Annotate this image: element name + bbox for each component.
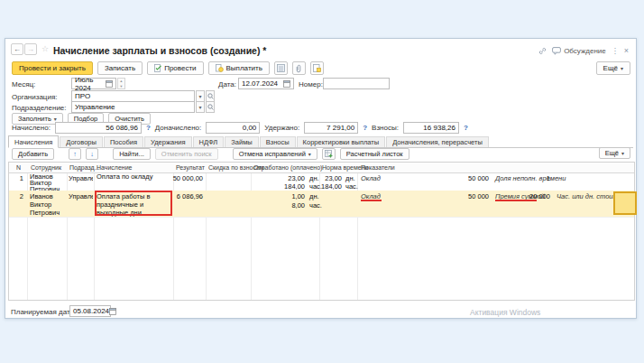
- extra-label: Доначислено:: [155, 124, 202, 132]
- more-button-top[interactable]: Ещё▾: [596, 61, 630, 75]
- selected-indicator-cell[interactable]: [613, 191, 637, 215]
- col-worked: Отработано (оплачено): [253, 164, 322, 171]
- red-underline-annotation: [495, 200, 537, 201]
- department-label: Подразделение:: [12, 104, 67, 112]
- department-cell: Управлен...: [69, 192, 93, 200]
- table-toolbar: Добавить ↑ ↓ Найти... Отменить поиск Отм…: [12, 147, 409, 160]
- forward-button[interactable]: →: [24, 43, 37, 55]
- number-field[interactable]: [323, 78, 390, 89]
- indicator-name: Час. или дн. стоим.: [557, 192, 620, 200]
- post-button[interactable]: Провести: [147, 61, 203, 75]
- indicator-value: 1: [514, 174, 550, 182]
- cancel-search-button[interactable]: Отменить поиск: [155, 148, 218, 160]
- indicator-value: 50 000: [424, 174, 489, 182]
- norm-value: 23,00: [307, 174, 342, 182]
- worked-unit: час.: [309, 201, 322, 209]
- contrib-label: Взносы:: [372, 124, 399, 132]
- worked-unit: дн.: [309, 192, 319, 200]
- withheld-help-icon[interactable]: ?: [363, 124, 367, 132]
- norm-unit: час.: [345, 182, 358, 191]
- tab-ndfl[interactable]: НДФЛ: [193, 136, 225, 147]
- tab-deductions[interactable]: Удержания: [144, 136, 191, 147]
- link-icon[interactable]: [538, 47, 547, 55]
- table-row-selected[interactable]: 2 Иванов Виктор Петрович Управлен... Опл…: [9, 191, 634, 218]
- result-cell: 50 000,00: [146, 174, 203, 182]
- related-documents-icon: [277, 64, 285, 72]
- month-spinner[interactable]: ▴▾: [117, 78, 125, 89]
- tab-benefits[interactable]: Пособия: [104, 136, 143, 147]
- desktop: { "window": { "title": "Начисление зарпл…: [0, 0, 644, 363]
- attachments-button[interactable]: [292, 61, 306, 75]
- pay-button[interactable]: Выплатить: [208, 61, 270, 75]
- tab-payment-adjustments[interactable]: Корректировки выплаты: [297, 136, 386, 147]
- close-icon[interactable]: ×: [624, 46, 629, 55]
- grid-plus-icon: [325, 150, 333, 158]
- move-up-button[interactable]: ↑: [69, 148, 81, 160]
- withheld-field[interactable]: 7 291,00: [304, 122, 358, 134]
- post-document-icon: [154, 64, 161, 72]
- add-row-button[interactable]: Добавить: [12, 148, 54, 160]
- row-number: 1: [11, 174, 23, 182]
- worked-value: 1,00: [253, 192, 305, 200]
- withheld-label: Удержано:: [264, 124, 299, 132]
- accrued-field[interactable]: 56 086,96: [55, 122, 142, 134]
- cancel-corrections-button[interactable]: Отмена исправлений▾: [233, 148, 317, 160]
- department-field[interactable]: Управление: [71, 101, 195, 113]
- contrib-help-icon[interactable]: ?: [464, 124, 468, 132]
- calendar-icon[interactable]: [283, 79, 290, 88]
- print-report-button[interactable]: [310, 61, 324, 75]
- calendar-icon[interactable]: [106, 79, 113, 88]
- move-down-button[interactable]: ↓: [86, 148, 98, 160]
- tab-accruals[interactable]: Начисления: [8, 135, 59, 148]
- more-button-toolbar[interactable]: Ещё▾: [599, 147, 630, 159]
- related-documents-button[interactable]: [274, 61, 288, 75]
- month-label: Месяц:: [12, 80, 35, 88]
- tab-contributions[interactable]: Взносы: [260, 136, 296, 147]
- date-field[interactable]: 12.07.2024: [238, 78, 294, 89]
- favorite-star-icon[interactable]: ☆: [41, 44, 49, 53]
- table-row[interactable]: 1 Иванов Виктор Петрович Управлен... Опл…: [9, 172, 634, 191]
- write-button[interactable]: Записать: [97, 61, 143, 75]
- department-cell: Управлен...: [69, 174, 93, 182]
- back-button[interactable]: ←: [11, 43, 23, 55]
- col-employee: Сотрудник: [31, 164, 61, 171]
- calendar-icon[interactable]: [109, 307, 116, 315]
- more-menu-icon[interactable]: ⋮: [612, 47, 619, 55]
- number-label: Номер:: [299, 80, 323, 88]
- col-department: Подразд...: [69, 164, 100, 171]
- worked-value: 8,00: [253, 201, 305, 209]
- date-label: Дата:: [218, 80, 236, 88]
- page-title: Начисление зарплаты и взносов (создание)…: [53, 45, 266, 56]
- accrued-help-icon[interactable]: ?: [146, 124, 151, 132]
- month-field[interactable]: Июль 2024: [71, 78, 116, 89]
- indicator-value: 50 000: [424, 192, 489, 200]
- discussion-button[interactable]: Обсуждение: [552, 47, 606, 55]
- tab-loans[interactable]: Займы: [225, 136, 258, 147]
- arrow-down-icon: ↓: [90, 150, 94, 158]
- tab-contracts[interactable]: Договоры: [60, 136, 103, 147]
- department-open-icon[interactable]: [206, 101, 215, 113]
- document-window: ← → ☆ Начисление зарплаты и взносов (соз…: [5, 38, 637, 319]
- contrib-field[interactable]: 16 938,26: [403, 122, 459, 134]
- worked-value: 23,00: [253, 174, 305, 182]
- norm-value: 184,00: [307, 182, 342, 191]
- organization-label: Организация:: [12, 93, 57, 101]
- col-indicators: Показатели: [361, 164, 395, 171]
- report-icon: [313, 64, 321, 72]
- department-choose-button[interactable]: ▾: [196, 101, 205, 113]
- arrow-up-icon: ↑: [73, 150, 77, 158]
- payslip-button[interactable]: Расчетный листок: [340, 148, 409, 160]
- indicator-name: Оклад: [361, 174, 381, 182]
- tab-recalculations[interactable]: Доначисления, перерасчеты: [386, 136, 489, 147]
- windows-activation-watermark: Активация Windows: [470, 308, 540, 317]
- col-result: Результат: [176, 164, 205, 171]
- extra-field[interactable]: 0,00: [206, 122, 260, 134]
- accruals-table[interactable]: N Сотрудник Подразд... Начисление Резуль…: [8, 162, 635, 301]
- post-and-close-button[interactable]: Провести и закрыть: [12, 61, 93, 75]
- tab-strip: Начисления Договоры Пособия Удержания НД…: [8, 135, 633, 148]
- discussion-bubble-icon: [552, 47, 561, 55]
- find-button[interactable]: Найти...: [113, 148, 151, 160]
- command-bar: Провести и закрыть Записать Провести Вып…: [12, 61, 324, 75]
- grid-settings-button[interactable]: [322, 148, 336, 160]
- planned-date-field[interactable]: 05.08.2024: [69, 305, 111, 317]
